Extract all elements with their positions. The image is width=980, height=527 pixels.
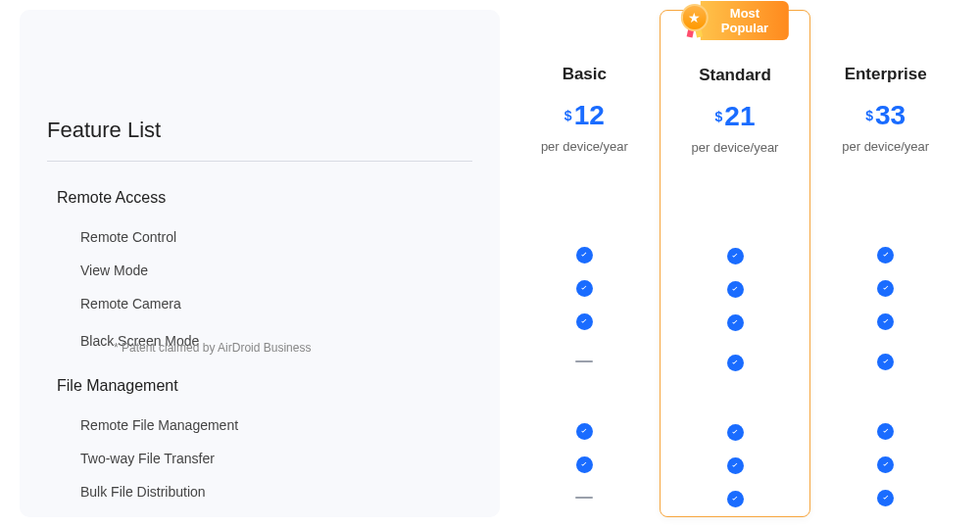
check-icon [576, 247, 593, 264]
feature-cell [661, 272, 810, 306]
dash-icon [575, 497, 593, 499]
feature-row: Remote Control [47, 220, 472, 254]
plan-unit: per device/year [661, 140, 810, 155]
feature-label: Remote Camera [80, 296, 181, 311]
check-icon [877, 490, 894, 506]
feature-cell [661, 306, 810, 339]
feature-cell [810, 448, 960, 481]
feature-cell [510, 448, 660, 481]
badge-text: Most Popular [701, 1, 789, 40]
medal-icon: ★ [681, 4, 709, 37]
plans-row: Basic$12per device/year★Most PopularStan… [510, 10, 960, 517]
check-icon [877, 423, 894, 440]
feature-label: Remote Control [80, 229, 176, 245]
feature-cell [510, 271, 660, 305]
check-icon [576, 313, 593, 330]
divider [47, 161, 472, 162]
plan-unit: per device/year [810, 139, 960, 154]
check-icon [727, 355, 744, 371]
plan-name: Enterprise [810, 65, 960, 84]
check-icon [727, 248, 744, 264]
feature-list-panel: Feature List Remote AccessRemote Control… [20, 10, 500, 517]
feature-label: Remote File Management [80, 417, 238, 433]
plan-name: Standard [661, 66, 810, 85]
feature-list-title: Feature List [47, 118, 472, 143]
feature-cell [810, 481, 960, 514]
check-icon [727, 491, 744, 507]
section-title: File Management [57, 377, 472, 395]
feature-cell [661, 482, 810, 515]
feature-label: View Mode [80, 263, 148, 278]
feature-label: Two-way File Transfer [80, 451, 215, 466]
feature-cell [661, 339, 810, 386]
feature-row: Remote File Management [47, 408, 472, 442]
check-icon [727, 314, 744, 331]
feature-cell [810, 238, 960, 271]
feature-cell [810, 305, 960, 338]
check-icon [877, 313, 894, 330]
feature-cell [510, 338, 660, 385]
check-icon [576, 456, 593, 473]
feature-cell [810, 414, 960, 448]
feature-sub: * Patent claimed by AirDroid Business [80, 341, 311, 355]
plan-column: Basic$12per device/year [510, 10, 660, 517]
feature-cell [510, 305, 660, 338]
plan-column: ★Most PopularStandard$21per device/year [660, 10, 811, 517]
feature-cell [661, 449, 810, 482]
feature-cell [510, 238, 660, 271]
feature-cell [510, 414, 660, 448]
feature-row: Remote Camera [47, 287, 472, 320]
plan-price: $33 [810, 100, 960, 131]
check-icon [727, 281, 744, 298]
feature-label: Bulk File Distribution [80, 484, 206, 500]
section-title: Remote Access [57, 189, 472, 207]
feature-row: Bulk File Distribution [47, 475, 472, 508]
plan-name: Basic [510, 65, 660, 84]
plan-unit: per device/year [510, 139, 660, 154]
dash-icon [575, 360, 593, 362]
plan-column: Enterprise$33per device/year [810, 10, 960, 517]
feature-cell [661, 415, 810, 449]
feature-cell [661, 239, 810, 272]
plan-price: $21 [661, 101, 810, 132]
popular-badge: ★Most Popular [681, 1, 789, 40]
feature-row: Two-way File Transfer [47, 442, 472, 475]
check-icon [727, 457, 744, 474]
check-icon [877, 456, 894, 473]
plan-price: $12 [510, 100, 660, 131]
feature-cell [510, 481, 660, 514]
feature-cell [810, 338, 960, 385]
check-icon [576, 423, 593, 440]
feature-row: Black Screen Mode* Patent claimed by Air… [47, 320, 472, 367]
check-icon [727, 424, 744, 441]
check-icon [877, 247, 894, 264]
feature-cell [810, 271, 960, 305]
feature-row: View Mode [47, 254, 472, 287]
check-icon [877, 354, 894, 370]
check-icon [576, 280, 593, 297]
check-icon [877, 280, 894, 297]
